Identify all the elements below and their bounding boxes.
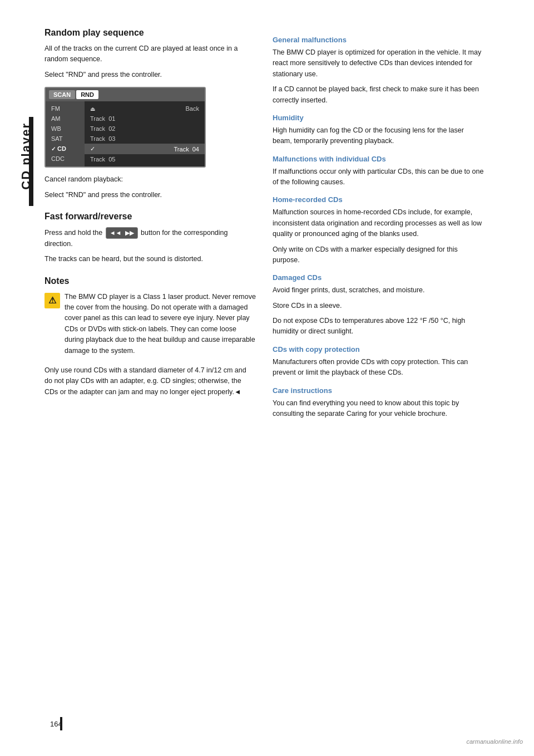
- menu-cd: ✓CD: [46, 144, 85, 154]
- home-recorded-para2: Only write on CDs with a marker especial…: [273, 244, 484, 266]
- care-instructions-para1: You can find everything you need to know…: [273, 398, 484, 420]
- cancel-text: Select "RND" and press the controller.: [44, 190, 256, 200]
- menu-fm: FM: [46, 104, 85, 114]
- page-number-bar: [60, 717, 62, 730]
- cd-screen-body: FM AM WB SAT ✓CD CDC ⏏Back Track 01 Trac…: [46, 101, 205, 166]
- fast-forward-para2: The tracks can be heard, but the sound i…: [44, 254, 256, 264]
- left-column: Random play sequence All of the tracks o…: [44, 28, 256, 728]
- fast-forward-heading: Fast forward/reverse: [44, 212, 256, 222]
- track-back: ⏏Back: [85, 104, 205, 114]
- watermark: carmanualonline.info: [466, 738, 523, 745]
- general-malfunctions-para1: The BMW CD player is optimized for opera…: [273, 47, 484, 80]
- sidebar-label: CD player: [19, 122, 33, 190]
- fast-forward-section: Fast forward/reverse Press and hold the …: [44, 212, 256, 265]
- damaged-para1: Avoid finger prints, dust, scratches, an…: [273, 285, 484, 296]
- menu-wb: WB: [46, 124, 85, 134]
- fast-forward-para1: Press and hold the ◄◄ ▶▶ button for the …: [44, 227, 256, 249]
- menu-am: AM: [46, 114, 85, 124]
- malfunctions-para1: If malfunctions occur only with particul…: [273, 166, 484, 188]
- track-05: Track 05: [85, 154, 205, 164]
- menu-cdc: CDC: [46, 154, 85, 164]
- right-column: General malfunctions The BMW CD player i…: [273, 28, 484, 728]
- random-play-para2: Select "RND" and press the controller.: [44, 70, 256, 80]
- track-03: Track 03: [85, 134, 205, 144]
- notes-section: Notes ⚠ The BMW CD player is a Class 1 l…: [44, 276, 256, 397]
- random-play-para1: All of the tracks on the current CD are …: [44, 43, 256, 65]
- random-play-heading: Random play sequence: [44, 28, 256, 38]
- cancel-label: Cancel random playback:: [44, 174, 256, 185]
- page-container: CD player Random play sequence All of th…: [0, 0, 534, 756]
- general-malfunctions-para2: If a CD cannot be played back, first che…: [273, 84, 484, 106]
- scan-tab: SCAN: [49, 90, 75, 99]
- track-02: Track 02: [85, 124, 205, 134]
- humidity-para1: High humidity can fog the CD or the focu…: [273, 125, 484, 147]
- rnd-tab: RND: [76, 90, 98, 99]
- notes-text2: Only use round CDs with a standard diame…: [44, 365, 256, 397]
- track-04: ✓Track 04: [85, 144, 205, 154]
- humidity-heading: Humidity: [273, 114, 484, 122]
- care-instructions-heading: Care instructions: [273, 386, 484, 395]
- track-01: Track 01: [85, 114, 205, 124]
- ff-button: ◄◄ ▶▶: [106, 227, 138, 239]
- damaged-para3: Do not expose CDs to temperatures above …: [273, 316, 484, 337]
- general-malfunctions-heading: General malfunctions: [273, 36, 484, 44]
- copy-protection-heading: CDs with copy protection: [273, 345, 484, 354]
- main-content: Random play sequence All of the tracks o…: [33, 0, 534, 756]
- home-recorded-heading: Home-recorded CDs: [273, 195, 484, 204]
- notes-warning: ⚠ The BMW CD player is a Class 1 laser p…: [44, 292, 256, 361]
- cd-tracks: ⏏Back Track 01 Track 02 Track 03 ✓Track …: [85, 101, 205, 166]
- warning-icon: ⚠: [44, 293, 60, 308]
- notes-warning-text: The BMW CD player is a Class 1 laser pro…: [65, 292, 256, 356]
- cd-screen: SCAN RND FM AM WB SAT ✓CD CDC ⏏Back Trac…: [44, 87, 206, 168]
- damaged-cds-heading: Damaged CDs: [273, 273, 484, 282]
- cd-screen-header: SCAN RND: [46, 88, 205, 101]
- copy-protection-para1: Manufacturers often provide CDs with cop…: [273, 357, 484, 379]
- home-recorded-para1: Malfunction sources in home-recorded CDs…: [273, 207, 484, 239]
- cd-menu: FM AM WB SAT ✓CD CDC: [46, 101, 85, 166]
- damaged-para2: Store CDs in a sleeve.: [273, 301, 484, 311]
- sidebar: CD player: [0, 0, 33, 756]
- notes-heading: Notes: [44, 276, 256, 286]
- malfunctions-heading: Malfunctions with individual CDs: [273, 155, 484, 163]
- menu-sat: SAT: [46, 134, 85, 144]
